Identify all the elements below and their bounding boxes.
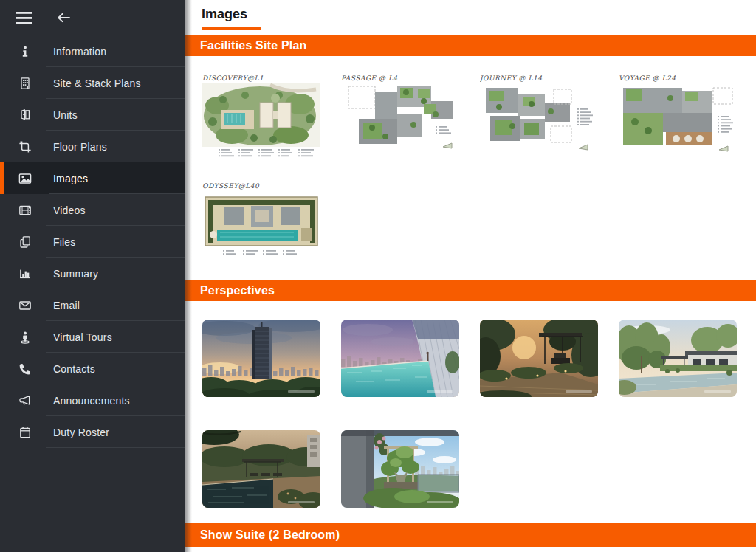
section-banner-perspectives: Perspectives bbox=[185, 280, 756, 301]
sidebar-item-label: Site & Stack Plans bbox=[53, 77, 141, 89]
sidebar-item-label: Virtual Tours bbox=[53, 331, 112, 343]
sidebar-item-label: Videos bbox=[53, 204, 86, 216]
app-window: InformationSite & Stack PlansUnitsFloor … bbox=[0, 0, 756, 552]
sidebar-item-label: Contacts bbox=[53, 363, 95, 375]
plan-caption: JOURNEY @ L14 bbox=[480, 75, 598, 83]
section-banner-facilities: Facilities Site Plan bbox=[185, 35, 756, 56]
plan-caption: DISCOVERY@L1 bbox=[202, 75, 320, 83]
perspective-thumbnail-pool-deck-dusk[interactable] bbox=[202, 430, 320, 508]
site-plan-image bbox=[202, 191, 320, 265]
image-icon bbox=[18, 172, 32, 185]
street-view-icon bbox=[18, 331, 32, 344]
sidebar-item-announcements[interactable]: Announcements bbox=[0, 384, 185, 416]
sidebar-item-duty-roster[interactable]: Duty Roster bbox=[0, 416, 185, 448]
sidebar-item-files[interactable]: Files bbox=[0, 226, 185, 258]
film-icon bbox=[18, 204, 32, 217]
building-icon bbox=[18, 77, 32, 90]
sidebar-item-units[interactable]: Units bbox=[0, 99, 185, 131]
page-title: Images bbox=[202, 7, 756, 22]
sidebar-item-label: Duty Roster bbox=[53, 427, 109, 438]
site-plan-thumbnail-passage-l4[interactable]: PASSAGE @ L4 bbox=[341, 75, 459, 157]
back-arrow-icon[interactable] bbox=[57, 13, 70, 23]
envelope-icon bbox=[18, 299, 32, 312]
sidebar-item-summary[interactable]: Summary bbox=[0, 258, 185, 289]
door-open-icon bbox=[18, 108, 32, 122]
phone-icon bbox=[18, 362, 32, 376]
title-underline bbox=[202, 27, 261, 30]
sidebar-item-label: Units bbox=[53, 109, 78, 121]
section-facilities-site-plan: Facilities Site Plan DISCOVERY@L1 PASSAG… bbox=[185, 35, 756, 280]
sidebar-item-label: Summary bbox=[53, 268, 98, 280]
copy-icon bbox=[18, 235, 32, 249]
perspective-thumbnail-terrace-dusk[interactable] bbox=[480, 320, 598, 397]
sidebar-menu: InformationSite & Stack PlansUnitsFloor … bbox=[0, 35, 185, 448]
sidebar-item-videos[interactable]: Videos bbox=[0, 194, 185, 226]
site-plan-image bbox=[202, 83, 320, 157]
sidebar-item-label: Information bbox=[53, 46, 106, 58]
sidebar-item-label: Announcements bbox=[53, 395, 130, 407]
section-perspectives: Perspectives bbox=[185, 280, 756, 523]
page-header: Images bbox=[185, 0, 756, 35]
sidebar: InformationSite & Stack PlansUnitsFloor … bbox=[0, 0, 185, 552]
sidebar-item-virtual-tours[interactable]: Virtual Tours bbox=[0, 321, 185, 353]
sidebar-item-information[interactable]: Information bbox=[0, 35, 185, 67]
sidebar-item-site-stack-plans[interactable]: Site & Stack Plans bbox=[0, 67, 185, 99]
site-plan-thumbnail-voyage-l24[interactable]: VOYAGE @ L24 bbox=[619, 75, 737, 157]
info-icon bbox=[18, 45, 32, 58]
plan-caption: ODYSSEY@L40 bbox=[202, 182, 320, 191]
site-plan-thumbnail-odyssey-l40[interactable]: ODYSSEY@L40 bbox=[202, 182, 320, 265]
perspectives-grid bbox=[185, 301, 756, 523]
section-show-suite: Show Suite (2 Bedroom) bbox=[185, 523, 756, 547]
section-banner-show-suite: Show Suite (2 Bedroom) bbox=[185, 523, 756, 547]
sidebar-item-floor-plans[interactable]: Floor Plans bbox=[0, 131, 185, 162]
bar-chart-icon bbox=[18, 267, 32, 280]
site-plan-thumbnail-journey-l14[interactable]: JOURNEY @ L14 bbox=[480, 75, 598, 157]
sidebar-item-label: Email bbox=[53, 300, 80, 311]
site-plan-image bbox=[341, 83, 459, 157]
perspective-thumbnail-tower-sunset[interactable] bbox=[202, 320, 320, 397]
site-plan-thumbnail-discovery-l1[interactable]: DISCOVERY@L1 bbox=[202, 75, 320, 157]
sidebar-item-label: Floor Plans bbox=[53, 141, 107, 153]
plan-caption: PASSAGE @ L4 bbox=[341, 75, 459, 83]
plan-caption: VOYAGE @ L24 bbox=[619, 75, 737, 83]
sidebar-item-label: Images bbox=[53, 173, 88, 184]
crop-icon bbox=[18, 140, 32, 153]
sidebar-topbar bbox=[0, 0, 185, 35]
sidebar-item-label: Files bbox=[53, 236, 76, 248]
megaphone-icon bbox=[18, 394, 32, 407]
calendar-icon bbox=[18, 426, 32, 439]
facilities-grid: DISCOVERY@L1 PASSAGE @ L4 JOURNEY @ L14 … bbox=[185, 56, 756, 280]
sidebar-item-email[interactable]: Email bbox=[0, 289, 185, 321]
perspective-thumbnail-villa-pool-dawn[interactable] bbox=[619, 320, 737, 397]
perspective-thumbnail-balcony-garden[interactable] bbox=[341, 430, 459, 508]
perspective-thumbnail-pool-facade[interactable] bbox=[341, 320, 459, 397]
site-plan-image bbox=[480, 83, 598, 157]
sidebar-item-contacts[interactable]: Contacts bbox=[0, 353, 185, 384]
sidebar-item-images[interactable]: Images bbox=[0, 162, 185, 194]
site-plan-image bbox=[619, 83, 737, 157]
hamburger-icon[interactable] bbox=[16, 12, 32, 24]
main-content: Images Facilities Site Plan DISCOVERY@L1… bbox=[185, 0, 756, 552]
